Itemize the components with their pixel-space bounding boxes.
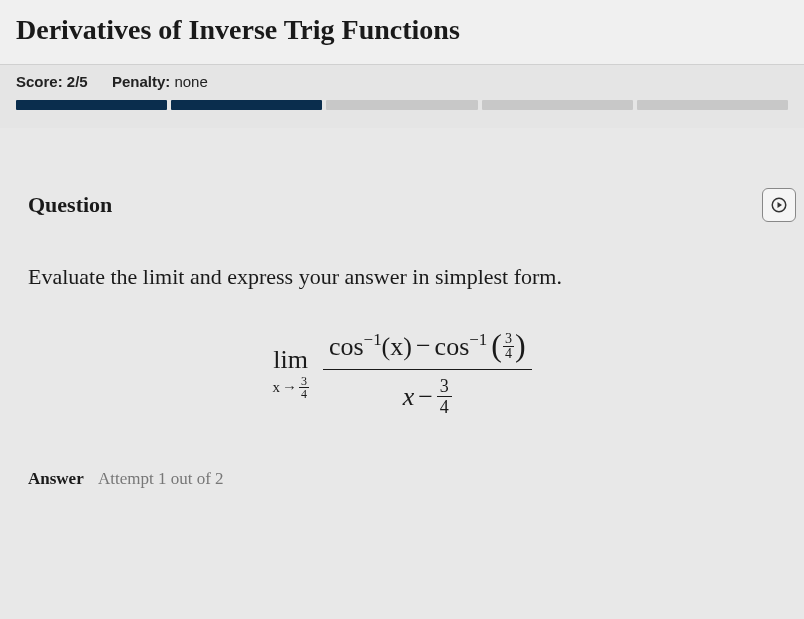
question-header: Question (28, 188, 776, 222)
score-label: Score: 2/5 (16, 73, 88, 90)
question-prompt: Evaluate the limit and express your answ… (28, 262, 776, 293)
denominator: x − 3 4 (397, 374, 458, 419)
math-expression: lim x→ 3 4 cos−1(x) − cos−1 ( (28, 327, 776, 419)
answer-label: Answer (28, 469, 84, 488)
watch-video-button[interactable] (762, 188, 796, 222)
question-label: Question (28, 192, 112, 218)
score-section: Score: 2/5 Penalty: none (0, 64, 804, 128)
attempt-text: Attempt 1 out of 2 (98, 469, 224, 488)
limit-operator: lim x→ 3 4 (272, 347, 309, 400)
main-fraction: cos−1(x) − cos−1 ( 3 4 ) x − (323, 327, 532, 419)
progress-segment (326, 100, 477, 110)
progress-segment (171, 100, 322, 110)
numerator: cos−1(x) − cos−1 ( 3 4 ) (323, 327, 532, 365)
progress-segment (16, 100, 167, 110)
play-circle-icon (770, 196, 788, 214)
penalty-label: Penalty: (112, 73, 170, 90)
answer-section: Answer Attempt 1 out of 2 (28, 469, 776, 489)
score-line: Score: 2/5 Penalty: none (16, 73, 788, 90)
progress-segment (482, 100, 633, 110)
page-title: Derivatives of Inverse Trig Functions (0, 0, 804, 64)
progress-bar (16, 100, 788, 110)
progress-segment (637, 100, 788, 110)
content-area: Question Evaluate the limit and express … (0, 128, 804, 489)
penalty-value: none (174, 73, 207, 90)
